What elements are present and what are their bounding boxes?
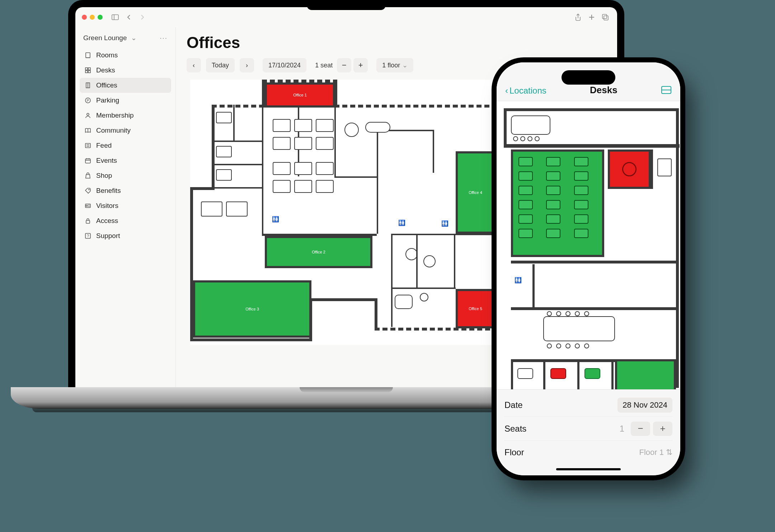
mobile-app: ‹ Locations Desks [497, 62, 680, 475]
floor-plan[interactable]: Office 1 Office 2 Office 3 Office 4 Offi [190, 80, 499, 345]
desk-zone-red[interactable] [608, 149, 651, 189]
svg-rect-6 [86, 53, 90, 58]
book-icon [84, 127, 92, 134]
svg-rect-29 [86, 220, 90, 223]
sidebar-item-parking[interactable]: P Parking [80, 93, 171, 108]
door-icon [84, 51, 92, 59]
sidebar-item-visitors[interactable]: Visitors [80, 198, 171, 213]
layout-toggle-icon[interactable] [661, 86, 672, 96]
svg-rect-9 [85, 71, 88, 73]
lounge-zone[interactable] [615, 359, 676, 389]
row-date[interactable]: Date 28 Nov 2024 [504, 393, 672, 417]
floor-picker[interactable]: 1 floor ⌄ [376, 58, 413, 72]
share-icon[interactable] [573, 12, 583, 23]
feed-icon [84, 142, 92, 149]
svg-rect-20 [85, 159, 90, 163]
sidebar-item-offices[interactable]: Offices [80, 78, 171, 93]
office-3-zone[interactable]: Office 3 [193, 280, 311, 338]
sidebar-item-rooms[interactable]: Rooms [80, 48, 171, 63]
sidebar-item-label: Parking [96, 96, 119, 104]
next-day-button[interactable]: › [240, 58, 254, 72]
mobile-floor-plan[interactable]: 🚻 [497, 101, 680, 389]
location-picker[interactable]: Green Lounge ⌄ ··· [80, 31, 171, 45]
date-picker[interactable]: 17/10/2024 [263, 58, 306, 72]
sidebar-item-desks[interactable]: Desks [80, 63, 171, 78]
row-floor[interactable]: Floor Floor 1 ⇅ [504, 441, 672, 464]
phone-mock: ‹ Locations Desks [492, 57, 685, 480]
svg-rect-8 [88, 68, 90, 70]
office-label: Office 2 [312, 250, 325, 254]
sidebar-item-benefits[interactable]: Benefits [80, 183, 171, 198]
sidebar-item-label: Visitors [96, 202, 118, 210]
close-icon[interactable] [82, 15, 87, 20]
laptop-notch [307, 0, 386, 10]
copy-icon[interactable] [600, 12, 611, 23]
restroom-icon: 🚻 [441, 220, 448, 227]
id-icon [84, 202, 92, 210]
desk-zone-green[interactable] [511, 149, 604, 257]
parking-icon: P [84, 96, 92, 104]
add-icon[interactable] [586, 12, 597, 23]
restroom-icon: 🚻 [515, 277, 522, 284]
sidebar-item-label: Support [96, 232, 120, 240]
seats-plus-button[interactable]: + [653, 422, 672, 436]
sidebar-item-membership[interactable]: Membership [80, 108, 171, 123]
sidebar: Green Lounge ⌄ ··· Rooms Desks [75, 27, 176, 389]
chevron-down-icon: ⌄ [131, 34, 137, 42]
row-label: Date [504, 400, 523, 410]
row-seats: Seats 1 − + [504, 417, 672, 441]
office-1-zone[interactable]: Office 1 [265, 82, 335, 108]
seats-minus-button[interactable]: − [631, 422, 650, 436]
svg-point-24 [89, 189, 89, 190]
prev-day-button[interactable]: ‹ [187, 58, 201, 72]
nav-back-icon[interactable] [123, 12, 134, 23]
sidebar-item-community[interactable]: Community [80, 123, 171, 138]
sidebar-item-support[interactable]: ? Support [80, 228, 171, 243]
window-titlebar [75, 7, 617, 27]
sidebar-item-label: Desks [96, 66, 115, 74]
svg-point-15 [87, 113, 89, 115]
sidebar-item-access[interactable]: Access [80, 213, 171, 228]
office-label: Office 1 [293, 93, 307, 97]
tag-icon [84, 187, 92, 195]
sidebar-item-events[interactable]: Events [80, 153, 171, 168]
svg-rect-0 [112, 15, 118, 20]
today-button[interactable]: Today [206, 58, 235, 72]
svg-rect-10 [88, 71, 90, 73]
restroom-icon: 🚻 [398, 219, 405, 226]
svg-rect-5 [602, 14, 607, 19]
sidebar-toggle-icon[interactable] [110, 12, 121, 23]
seats-plus-button[interactable]: + [353, 58, 368, 72]
lock-icon [84, 217, 92, 225]
date-value[interactable]: 28 Nov 2024 [617, 398, 672, 413]
seats-stepper: 1 seat − + [315, 58, 368, 72]
more-icon[interactable]: ··· [160, 34, 168, 42]
office-label: Office 3 [245, 307, 259, 311]
sidebar-item-label: Community [96, 127, 131, 134]
row-label: Floor [504, 447, 524, 457]
back-button[interactable]: ‹ Locations [505, 86, 546, 96]
page-title: Offices [187, 34, 606, 52]
fullscreen-icon[interactable] [98, 15, 103, 20]
back-label: Locations [509, 86, 546, 96]
sidebar-item-label: Benefits [96, 187, 121, 195]
svg-text:P: P [87, 99, 89, 103]
floor-label: 1 floor [382, 62, 400, 69]
sidebar-item-label: Offices [96, 81, 117, 89]
restroom-icon: 🚻 [272, 216, 279, 223]
seats-minus-button[interactable]: − [337, 58, 351, 72]
sidebar-item-label: Events [96, 157, 117, 165]
office-2-zone[interactable]: Office 2 [265, 236, 372, 268]
office-5-zone[interactable]: Office 5 [456, 289, 495, 328]
svg-point-26 [86, 205, 88, 206]
help-icon: ? [84, 232, 92, 240]
sidebar-item-feed[interactable]: Feed [80, 138, 171, 153]
traffic-lights[interactable] [82, 15, 103, 20]
minimize-icon[interactable] [90, 15, 95, 20]
grid-icon [84, 66, 92, 74]
seats-value: 1 seat [315, 62, 333, 69]
sidebar-item-shop[interactable]: Shop [80, 168, 171, 183]
office-4-zone[interactable]: Office 4 [456, 151, 495, 234]
nav-forward-icon[interactable] [137, 12, 148, 23]
office-label: Office 4 [469, 190, 482, 195]
